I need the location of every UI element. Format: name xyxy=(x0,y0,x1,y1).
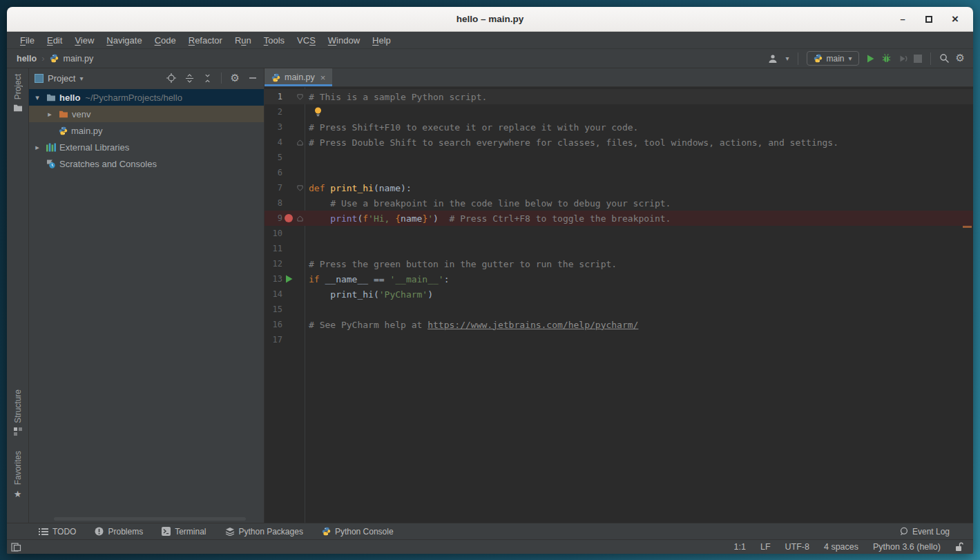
line-number[interactable]: 17 xyxy=(265,335,282,345)
line-number[interactable]: 12 xyxy=(265,259,282,269)
tab-mainpy[interactable]: main.py × xyxy=(265,68,332,86)
breadcrumb-file[interactable]: main.py xyxy=(64,54,94,64)
code-line-8[interactable]: 8 # Use a breakpoint in the code line be… xyxy=(265,195,973,211)
tree-chevron-icon[interactable]: ▸ xyxy=(44,110,55,119)
code-line-17[interactable]: 17 xyxy=(265,332,973,347)
tree-chevron-icon[interactable]: ▾ xyxy=(32,93,43,102)
tree-chevron-icon[interactable]: ▸ xyxy=(32,143,43,152)
titlebar[interactable]: hello – main.py – × xyxy=(7,7,973,32)
stripe-project[interactable]: Project xyxy=(13,74,23,112)
breakpoint-icon[interactable] xyxy=(285,214,293,222)
menu-window[interactable]: Window xyxy=(322,35,366,46)
project-settings-gear-icon[interactable]: ⚙ xyxy=(231,73,240,84)
code-editor[interactable]: 1# This is a sample Python script.23# Pr… xyxy=(265,87,973,523)
user-dropdown-chevron-icon[interactable]: ▾ xyxy=(785,55,789,62)
fold-end-icon[interactable] xyxy=(297,139,303,146)
fold-slot[interactable] xyxy=(295,94,305,100)
line-number[interactable]: 10 xyxy=(265,229,282,238)
settings-gear-button[interactable]: ⚙ xyxy=(956,53,965,64)
menu-view[interactable]: View xyxy=(68,35,100,46)
line-number[interactable]: 13 xyxy=(265,274,282,284)
line-separator[interactable]: LF xyxy=(760,542,771,552)
gutter-icon-slot[interactable] xyxy=(282,274,295,284)
menu-run[interactable]: Run xyxy=(229,35,258,46)
code-line-14[interactable]: 14 print_hi('PyCharm') xyxy=(265,287,973,302)
line-number[interactable]: 15 xyxy=(265,305,282,314)
stop-button[interactable] xyxy=(914,55,922,63)
code-line-5[interactable]: 5 xyxy=(265,150,973,165)
line-number[interactable]: 4 xyxy=(265,137,282,147)
tree-item-hello[interactable]: ▾hello~/PycharmProjects/hello xyxy=(29,89,264,106)
gutter-icon-slot[interactable] xyxy=(282,214,295,222)
code-line-6[interactable]: 6 xyxy=(265,165,973,180)
line-number[interactable]: 7 xyxy=(265,183,282,193)
fold-slot[interactable] xyxy=(295,215,305,222)
run-configuration-selector[interactable]: main ▾ xyxy=(807,51,859,66)
code-line-11[interactable]: 11 xyxy=(265,241,973,256)
toolwindow-problems[interactable]: Problems xyxy=(95,527,143,537)
tree-item-venv[interactable]: ▸venv xyxy=(29,106,264,122)
toolwindow-toggle-icon[interactable] xyxy=(11,543,21,552)
code-line-4[interactable]: 4# Press Double Shift to search everywhe… xyxy=(265,135,973,150)
hide-icon[interactable] xyxy=(249,74,257,82)
tree-item-external-libraries[interactable]: ▸External Libraries xyxy=(29,139,264,155)
line-number[interactable]: 9 xyxy=(265,213,282,223)
line-number[interactable]: 1 xyxy=(265,92,282,102)
menu-file[interactable]: File xyxy=(14,35,41,46)
tab-close-icon[interactable]: × xyxy=(320,73,326,83)
fold-slot[interactable] xyxy=(295,185,305,191)
line-number[interactable]: 6 xyxy=(265,168,282,177)
code-line-15[interactable]: 15 xyxy=(265,302,973,317)
unlocked-icon[interactable] xyxy=(955,542,963,552)
indent-style[interactable]: 4 spaces xyxy=(824,542,858,552)
line-number[interactable]: 11 xyxy=(265,244,282,253)
fold-slot[interactable] xyxy=(295,139,305,146)
code-line-1[interactable]: 1# This is a sample Python script. xyxy=(265,89,973,104)
collapse-all-icon[interactable] xyxy=(203,74,212,83)
event-log-button[interactable]: Event Log xyxy=(899,527,950,537)
run-line-icon[interactable] xyxy=(284,274,294,284)
toolwindow-python-packages[interactable]: Python Packages xyxy=(225,527,303,537)
minimize-button[interactable]: – xyxy=(897,14,908,25)
code-line-13[interactable]: 13if __name__ == '__main__': xyxy=(265,271,973,287)
locate-icon[interactable] xyxy=(166,73,176,83)
maximize-button[interactable] xyxy=(923,14,934,25)
toolwindow-python-console[interactable]: Python Console xyxy=(322,527,394,537)
code-line-10[interactable]: 10 xyxy=(265,226,973,241)
menu-vcs[interactable]: VCS xyxy=(291,35,322,46)
user-icon[interactable] xyxy=(768,54,779,64)
line-number[interactable]: 5 xyxy=(265,153,282,162)
toolwindow-todo[interactable]: TODO xyxy=(39,527,76,537)
file-encoding[interactable]: UTF-8 xyxy=(785,542,809,552)
fold-end-icon[interactable] xyxy=(297,215,303,222)
code-line-2[interactable]: 2 xyxy=(265,104,973,119)
line-number[interactable]: 2 xyxy=(265,107,282,117)
line-number[interactable]: 14 xyxy=(265,289,282,299)
close-button[interactable]: × xyxy=(950,14,961,25)
line-number[interactable]: 8 xyxy=(265,198,282,208)
search-everywhere-button[interactable] xyxy=(939,53,950,64)
code-line-3[interactable]: 3# Press Shift+F10 to execute it or repl… xyxy=(265,119,973,135)
tree-item-mainpy[interactable]: main.py xyxy=(29,122,264,139)
tree-item-scratches[interactable]: Scratches and Consoles xyxy=(29,155,264,172)
code-line-7[interactable]: 7def print_hi(name): xyxy=(265,180,973,195)
lightbulb-icon[interactable] xyxy=(314,107,322,117)
fold-start-icon[interactable] xyxy=(297,94,303,100)
run-button[interactable] xyxy=(865,54,875,64)
help-url-link[interactable]: https://www.jetbrains.com/help/pycharm/ xyxy=(427,320,638,330)
project-panel-title[interactable]: Project xyxy=(48,73,75,84)
line-number[interactable]: 3 xyxy=(265,122,282,132)
python-interpreter[interactable]: Python 3.6 (hello) xyxy=(873,542,941,552)
menu-code[interactable]: Code xyxy=(148,35,182,46)
caret-position[interactable]: 1:1 xyxy=(734,542,746,552)
stripe-structure[interactable]: Structure xyxy=(13,389,23,436)
menu-navigate[interactable]: Navigate xyxy=(100,35,148,46)
breadcrumb-project[interactable]: hello xyxy=(17,54,37,64)
code-line-16[interactable]: 16# See PyCharm help at https://www.jetb… xyxy=(265,317,973,332)
stripe-favorites[interactable]: Favorites★ xyxy=(13,451,23,499)
line-number[interactable]: 16 xyxy=(265,320,282,329)
chevron-down-icon[interactable]: ▾ xyxy=(79,75,83,82)
code-line-9[interactable]: 9 print(f'Hi, {name}') # Press Ctrl+F8 t… xyxy=(265,211,973,226)
code-line-12[interactable]: 12# Press the green button in the gutter… xyxy=(265,256,973,271)
fold-start-icon[interactable] xyxy=(297,185,303,191)
